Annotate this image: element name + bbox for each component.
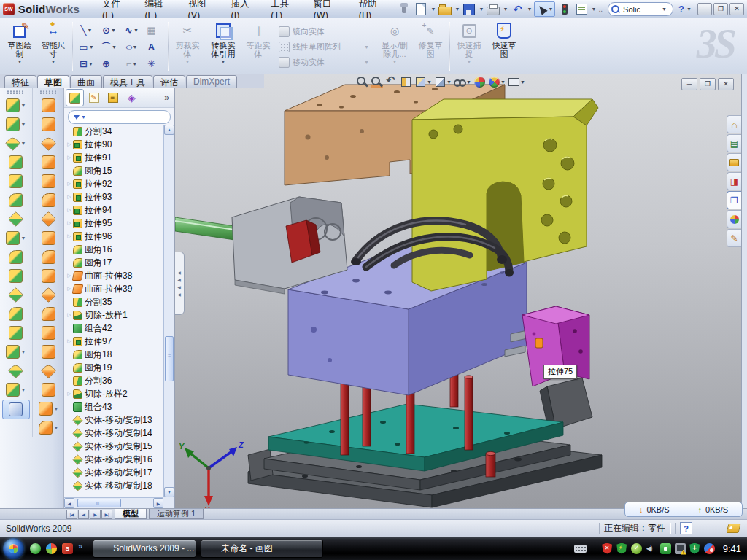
- feature-tree-item[interactable]: 组合43: [64, 400, 163, 413]
- view-tool-button[interactable]: ▼: [488, 76, 506, 88]
- expand-arrow-icon[interactable]: [66, 312, 73, 318]
- surface-tool-button[interactable]: ▼: [36, 153, 62, 171]
- command-tab[interactable]: DimXpert: [186, 75, 237, 88]
- task-pane-tab[interactable]: [727, 115, 741, 133]
- feature-tree-item[interactable]: 圆角16: [64, 243, 163, 256]
- taskbar-task-button[interactable]: 未命名 - 画图: [201, 540, 323, 558]
- doc-minimize-button[interactable]: ─: [681, 78, 697, 90]
- search-box[interactable]: ▼: [608, 2, 673, 16]
- toolbar-grip[interactable]: [39, 90, 58, 94]
- display-delete-relations-button[interactable]: ◎ 显示/删除几...▼: [376, 20, 414, 74]
- move-entities-button[interactable]: 移动实体▼: [274, 55, 371, 69]
- search-input[interactable]: [622, 4, 659, 15]
- feature-tool-button[interactable]: ▼: [3, 381, 29, 399]
- surface-tool-button[interactable]: ▼: [36, 400, 62, 418]
- sketch-entity-button[interactable]: ⌒▼: [98, 39, 120, 55]
- close-button[interactable]: ✕: [729, 3, 744, 15]
- feature-tree-item[interactable]: 拉伸97: [64, 335, 163, 348]
- sketch-entity-button[interactable]: ✳▼: [143, 55, 166, 72]
- view-tool-button[interactable]: ▼: [434, 76, 452, 88]
- save-icon[interactable]: [462, 2, 476, 16]
- feature-tree-item[interactable]: 实体-移动/复制14: [64, 427, 163, 440]
- sketch-button[interactable]: 草图绘制▼: [3, 20, 36, 74]
- restore-button[interactable]: ❐: [713, 3, 728, 15]
- help-caret[interactable]: ▼: [686, 7, 692, 12]
- tree-filter-box[interactable]: ▼: [68, 110, 171, 124]
- feature-tree-item[interactable]: 分割34: [64, 125, 163, 138]
- tray-icon[interactable]: [616, 543, 627, 554]
- view-tool-button[interactable]: ▼: [356, 76, 368, 88]
- command-tab[interactable]: 特征: [4, 75, 36, 88]
- surface-tool-button[interactable]: ▼: [36, 248, 62, 266]
- feature-tree-item[interactable]: 实体-移动/复制18: [64, 479, 163, 492]
- task-pane-tab[interactable]: [727, 191, 741, 209]
- panel-splitter-handle[interactable]: ◀◀◀◀: [175, 252, 185, 315]
- undo-icon[interactable]: ↶: [510, 2, 525, 16]
- task-pane-tab[interactable]: [727, 172, 741, 190]
- feature-tree-item[interactable]: 曲面-拉伸38: [64, 269, 163, 282]
- horizontal-scroll-thumb[interactable]: [77, 499, 121, 508]
- tray-icon[interactable]: [689, 543, 700, 554]
- sketch-entity-button[interactable]: ⌐▼: [120, 55, 143, 72]
- panel-header-tab[interactable]: [85, 89, 103, 106]
- feature-tool-button[interactable]: ▼: [3, 153, 29, 171]
- task-pane-tab[interactable]: [727, 229, 741, 247]
- smart-dimension-button[interactable]: ↔ 智能尺寸▼: [36, 20, 70, 74]
- feature-tree-item[interactable]: 拉伸95: [64, 217, 163, 230]
- model-tab[interactable]: 模型: [115, 509, 147, 519]
- feature-tool-button[interactable]: ▼: [3, 210, 29, 228]
- undo-caret[interactable]: ▼: [527, 7, 532, 12]
- view-tool-button[interactable]: ▼: [473, 76, 486, 88]
- feature-tool-button[interactable]: ▼: [3, 191, 29, 209]
- feature-tool-button[interactable]: ▼: [3, 248, 29, 266]
- command-tab[interactable]: 模具工具: [103, 75, 152, 88]
- tab-nav-button[interactable]: |◀: [66, 510, 77, 519]
- feature-tool-button[interactable]: ▼: [3, 96, 29, 114]
- surface-tool-button[interactable]: ▼: [36, 324, 62, 342]
- feature-tree-item[interactable]: 分割36: [64, 374, 163, 387]
- surface-tool-button[interactable]: ▼: [36, 134, 62, 152]
- feature-tool-button[interactable]: ▼: [3, 172, 29, 190]
- quick-tip-help-button[interactable]: ?: [680, 522, 692, 534]
- new-caret[interactable]: ▼: [430, 7, 436, 12]
- surface-tool-button[interactable]: ▼: [36, 343, 62, 361]
- feature-tool-button[interactable]: ▼: [3, 305, 29, 323]
- doc-close-button[interactable]: ✕: [718, 78, 734, 90]
- feature-tree-item[interactable]: 曲面-拉伸39: [64, 282, 163, 295]
- feature-tool-button[interactable]: ▼: [3, 229, 29, 247]
- feature-tree-item[interactable]: 分割35: [64, 295, 163, 308]
- options-list-icon[interactable]: [574, 2, 589, 16]
- sketch-entity-button[interactable]: ⊕▼: [98, 55, 120, 72]
- sketch-entity-button[interactable]: ▭▼: [75, 39, 98, 55]
- view-tool-button[interactable]: ▼: [508, 76, 525, 88]
- view-tool-button[interactable]: ▼: [454, 76, 471, 88]
- feature-tree-item[interactable]: 实体-移动/复制13: [64, 413, 163, 427]
- clipped-toolbar-button[interactable]: ..: [598, 5, 603, 13]
- expand-arrow-icon[interactable]: [66, 141, 73, 147]
- model-tab[interactable]: 运动算例 1: [149, 509, 204, 519]
- feature-tree-item[interactable]: 圆角19: [64, 361, 163, 374]
- sketch-entity-button[interactable]: ∿▼: [120, 22, 143, 39]
- view-tool-button[interactable]: ▼: [371, 76, 383, 88]
- quick-launch-icon[interactable]: [46, 543, 57, 554]
- tray-icon[interactable]: [646, 543, 657, 554]
- panel-header-tab[interactable]: [66, 89, 84, 106]
- sketch-entity-button[interactable]: ○▼: [120, 39, 143, 55]
- tab-nav-button[interactable]: ◀: [78, 510, 89, 519]
- graphics-viewport[interactable]: Y Z X ▼ ▼ ▼ ▼ ▼ ▼ ▼ ▼ ▼ ▼ ─ ❐ ✕: [175, 74, 741, 508]
- scroll-right-arrow[interactable]: ▶: [153, 498, 163, 508]
- tray-icon[interactable]: [660, 543, 671, 554]
- feature-tree-item[interactable]: 组合42: [64, 322, 163, 335]
- tray-icon[interactable]: [631, 543, 642, 554]
- sketch-entity-button[interactable]: ⊙▼: [98, 22, 120, 39]
- scroll-down-arrow[interactable]: ▼: [164, 487, 174, 497]
- pin-icon[interactable]: [397, 2, 411, 16]
- expand-arrow-icon[interactable]: [66, 391, 73, 397]
- expand-arrow-icon[interactable]: [66, 233, 73, 239]
- feature-tool-button[interactable]: ▼: [2, 400, 30, 419]
- tag-icon[interactable]: [726, 524, 740, 533]
- surface-tool-button[interactable]: ▼: [36, 362, 62, 380]
- linear-sketch-pattern-button[interactable]: 线性草图阵列▼: [274, 40, 371, 53]
- tray-icon[interactable]: [574, 545, 587, 553]
- view-tool-button[interactable]: ▼: [400, 76, 412, 88]
